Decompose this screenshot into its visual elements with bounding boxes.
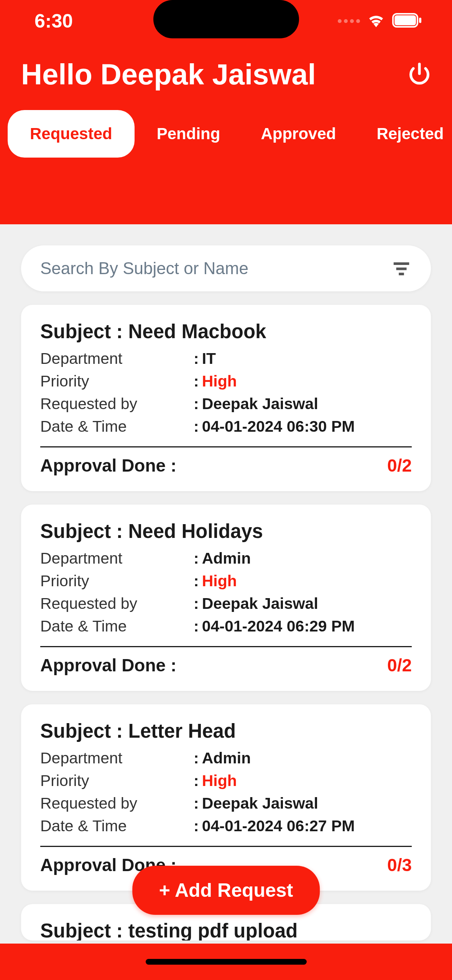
requestedby-label: Requested by	[40, 595, 194, 613]
card-requestedby-row: Requested by : Deepak Jaiswal	[40, 794, 412, 812]
card-department-row: Department : IT	[40, 350, 412, 368]
card-divider	[40, 846, 412, 847]
requestedby-value: Deepak Jaiswal	[202, 595, 318, 613]
filter-button[interactable]	[391, 258, 412, 279]
approval-label: Approval Done :	[40, 455, 176, 476]
approval-count: 0/2	[387, 455, 412, 476]
requestedby-value: Deepak Jaiswal	[202, 395, 318, 413]
datetime-label: Date & Time	[40, 617, 194, 635]
requestedby-label: Requested by	[40, 794, 194, 812]
card-priority-row: Priority : High	[40, 372, 412, 390]
status-bar: 6:30	[0, 0, 452, 42]
card-priority-row: Priority : High	[40, 772, 412, 790]
priority-label: Priority	[40, 572, 194, 590]
card-subject: Subject : testing pdf upload	[40, 919, 412, 941]
tab-rejected[interactable]: Rejected	[358, 110, 452, 158]
battery-icon	[392, 13, 421, 29]
search-bar	[21, 245, 431, 291]
card-requestedby-row: Requested by : Deepak Jaiswal	[40, 395, 412, 413]
search-input[interactable]	[40, 259, 391, 278]
approval-label: Approval Done :	[40, 655, 176, 676]
card-datetime-row: Date & Time : 04-01-2024 06:29 PM	[40, 617, 412, 635]
wifi-icon	[367, 13, 385, 29]
datetime-label: Date & Time	[40, 817, 194, 835]
department-value: Admin	[202, 549, 251, 567]
card-department-row: Department : Admin	[40, 749, 412, 767]
department-label: Department	[40, 549, 194, 567]
svg-rect-4	[394, 262, 409, 265]
notch	[153, 0, 299, 38]
card-datetime-row: Date & Time : 04-01-2024 06:27 PM	[40, 817, 412, 835]
card-datetime-row: Date & Time : 04-01-2024 06:30 PM	[40, 418, 412, 436]
bottom-bar	[0, 944, 452, 980]
status-icons	[338, 13, 421, 29]
tab-approved[interactable]: Approved	[242, 110, 354, 158]
request-card[interactable]: Subject : Letter Head Department : Admin…	[21, 704, 431, 891]
card-divider	[40, 646, 412, 647]
department-value: IT	[202, 350, 216, 368]
department-value: Admin	[202, 749, 251, 767]
requestedby-value: Deepak Jaiswal	[202, 794, 318, 812]
svg-rect-5	[396, 268, 407, 270]
priority-value: High	[202, 372, 237, 390]
header: 6:30 Hello Dee	[0, 0, 452, 224]
card-requestedby-row: Requested by : Deepak Jaiswal	[40, 595, 412, 613]
request-card[interactable]: Subject : Need Holidays Department : Adm…	[21, 505, 431, 691]
tab-pending[interactable]: Pending	[138, 110, 239, 158]
card-subject: Subject : Need Holidays	[40, 520, 412, 543]
datetime-value: 04-01-2024 06:30 PM	[202, 418, 355, 436]
card-subject: Subject : Letter Head	[40, 720, 412, 742]
requestedby-label: Requested by	[40, 395, 194, 413]
tab-requested[interactable]: Requested	[8, 110, 135, 158]
request-card[interactable]: Subject : Need Macbook Department : IT P…	[21, 305, 431, 491]
signal-dots	[338, 19, 360, 23]
status-time: 6:30	[35, 10, 73, 32]
svg-rect-1	[394, 15, 416, 25]
priority-value: High	[202, 772, 237, 790]
priority-value: High	[202, 572, 237, 590]
home-indicator[interactable]	[146, 959, 307, 965]
priority-label: Priority	[40, 372, 194, 390]
card-divider	[40, 446, 412, 447]
logout-button[interactable]	[408, 62, 431, 87]
card-subject: Subject : Need Macbook	[40, 320, 412, 343]
datetime-value: 04-01-2024 06:27 PM	[202, 817, 355, 835]
datetime-label: Date & Time	[40, 418, 194, 436]
card-priority-row: Priority : High	[40, 572, 412, 590]
greeting-row: Hello Deepak Jaiswal	[0, 42, 452, 110]
tabs: Requested Pending Approved Rejected	[0, 110, 452, 158]
datetime-value: 04-01-2024 06:29 PM	[202, 617, 355, 635]
svg-rect-2	[419, 18, 421, 23]
greeting-text: Hello Deepak Jaiswal	[21, 58, 316, 91]
approval-count: 0/3	[387, 855, 412, 875]
department-label: Department	[40, 749, 194, 767]
card-department-row: Department : Admin	[40, 549, 412, 567]
add-request-button[interactable]: + Add Request	[132, 866, 320, 915]
approval-count: 0/2	[387, 655, 412, 676]
department-label: Department	[40, 350, 194, 368]
svg-rect-6	[399, 273, 404, 275]
card-approval-row: Approval Done : 0/2	[40, 455, 412, 476]
card-approval-row: Approval Done : 0/2	[40, 655, 412, 676]
priority-label: Priority	[40, 772, 194, 790]
